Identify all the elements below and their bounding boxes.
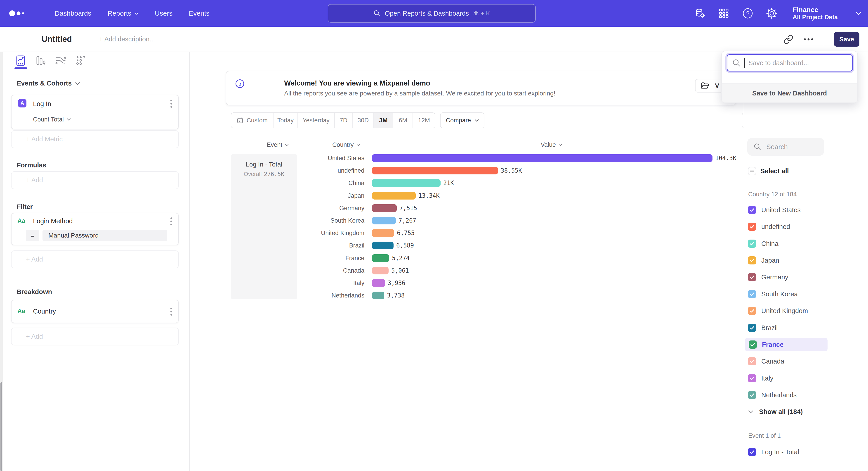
legend-search-input[interactable]: Search [747, 138, 824, 156]
nav-dashboards[interactable]: Dashboards [55, 9, 91, 17]
show-all-toggle[interactable]: Show all (184) [748, 408, 803, 416]
legend-label: South Korea [761, 288, 798, 301]
bar-segment[interactable] [372, 254, 389, 262]
tab-funnels[interactable] [33, 54, 48, 67]
legend-checkbox-brazil[interactable] [748, 324, 756, 332]
save-dashboard-search-input[interactable]: Save to dashboard... [727, 54, 853, 71]
legend-row-united-states[interactable]: United States [744, 203, 830, 216]
legend-row-china[interactable]: China [744, 237, 830, 250]
date-range-3m[interactable]: 3M [374, 113, 393, 128]
legend-checkbox-netherlands[interactable] [748, 391, 756, 399]
date-range-30d[interactable]: 30D [353, 113, 374, 128]
filter-kebab-icon[interactable] [170, 217, 172, 225]
filter-card[interactable]: Aa Login Method = Manual Password [11, 213, 179, 245]
legend-row-log-in-total[interactable]: Log In - Total [744, 445, 830, 459]
legend-checkbox-japan[interactable] [748, 256, 756, 264]
add-metric-button[interactable]: + Add Metric [11, 130, 179, 148]
date-range-custom[interactable]: Custom [231, 113, 274, 128]
save-button[interactable]: Save [834, 32, 860, 47]
bar-segment[interactable] [372, 154, 712, 162]
add-filter-button[interactable]: + Add [11, 251, 179, 268]
save-to-new-dashboard-button[interactable]: Save to New Dashboard [722, 84, 857, 102]
select-all-row[interactable]: Select all [744, 165, 830, 178]
date-range-today[interactable]: Today [274, 113, 298, 128]
legend-row-japan[interactable]: Japan [744, 254, 830, 267]
metric-card[interactable]: A Log In Count Total [11, 95, 179, 129]
date-range-yesterday[interactable]: Yesterday [298, 113, 335, 128]
filter-value-chip[interactable]: Manual Password [42, 230, 167, 241]
legend-checkbox-germany[interactable] [748, 273, 756, 281]
add-description-field[interactable]: + Add description... [99, 35, 155, 43]
bar-segment[interactable] [372, 167, 498, 174]
legend-row-united-kingdom[interactable]: United Kingdom [744, 304, 830, 317]
breakdown-card[interactable]: Aa Country [11, 300, 179, 323]
filter-operator[interactable]: = [26, 230, 39, 241]
bar-segment[interactable] [372, 229, 394, 237]
legend-row-germany[interactable]: Germany [744, 271, 830, 284]
settings-gear-icon[interactable] [766, 7, 778, 19]
legend-checkbox-france[interactable] [749, 341, 757, 349]
events-cohorts-header[interactable]: Events & Cohorts [17, 80, 80, 87]
breakdown-property-name[interactable]: Country [33, 308, 56, 315]
legend-checkbox-south-korea[interactable] [748, 290, 756, 298]
legend-checkbox-united-states[interactable] [748, 206, 756, 214]
legend-row-netherlands[interactable]: Netherlands [744, 388, 830, 402]
tab-flows[interactable] [54, 54, 68, 67]
legend-row-brazil[interactable]: Brazil [744, 321, 830, 334]
apps-grid-icon[interactable] [718, 7, 730, 19]
legend-checkbox-china[interactable] [748, 240, 756, 248]
column-header-value[interactable]: Value [541, 141, 562, 148]
legend-checkbox-italy[interactable] [748, 374, 756, 382]
event-series-cell[interactable]: Log In - Total Overall276.5K [231, 154, 297, 299]
bar-segment[interactable] [372, 279, 385, 287]
legend-checkbox-united-kingdom[interactable] [748, 307, 756, 315]
report-title[interactable]: Untitled [41, 34, 72, 44]
sidebar-scrollbar-thumb[interactable] [0, 382, 2, 471]
add-breakdown-button[interactable]: + Add [11, 328, 179, 346]
bar-segment[interactable] [372, 192, 416, 200]
bar-segment[interactable] [372, 217, 396, 225]
help-icon[interactable]: ? [742, 7, 754, 19]
date-range-12m[interactable]: 12M [413, 113, 435, 128]
legend-row-canada[interactable]: Canada [744, 355, 830, 368]
date-range-7d[interactable]: 7D [335, 113, 353, 128]
legend-checkbox-canada[interactable] [748, 357, 756, 365]
more-options-icon[interactable] [803, 38, 814, 41]
nav-events[interactable]: Events [189, 9, 210, 17]
legend-checkbox-undefined[interactable] [748, 223, 756, 231]
legend-row-south-korea[interactable]: South Korea [744, 288, 830, 301]
select-all-checkbox[interactable] [748, 167, 756, 175]
tab-insights[interactable] [13, 54, 28, 67]
scale-selector[interactable]: Linear [742, 112, 744, 128]
copy-link-icon[interactable] [783, 34, 794, 45]
bar-segment[interactable] [372, 292, 384, 299]
bar-segment[interactable] [372, 204, 397, 212]
nav-users[interactable]: Users [155, 9, 173, 17]
metric-aggregation[interactable]: Count Total [33, 116, 71, 123]
breakdown-kebab-icon[interactable] [170, 308, 172, 316]
project-switcher[interactable]: Finance All Project Data [793, 6, 838, 21]
legend-label: Log In - Total [761, 445, 799, 459]
legend-row-france[interactable]: France [745, 338, 828, 351]
metric-event-name[interactable]: Log In [33, 100, 51, 108]
column-header-event[interactable]: Event [267, 141, 289, 148]
metric-kebab-icon[interactable] [170, 100, 172, 108]
bar-segment[interactable] [372, 179, 440, 187]
column-header-country[interactable]: Country [332, 141, 360, 148]
report-canvas: i Welcome! You are viewing a Mixpanel de… [190, 52, 744, 471]
legend-row-undefined[interactable]: undefined [744, 220, 830, 233]
tab-retention[interactable] [74, 54, 88, 67]
global-search[interactable]: Open Reports & Dashboards ⌘ + K [328, 4, 536, 23]
filter-property-name[interactable]: Login Method [33, 217, 73, 225]
nav-reports[interactable]: Reports [107, 9, 138, 17]
compare-button[interactable]: Compare [440, 112, 485, 128]
legend-checkbox-log-in-total[interactable] [748, 448, 756, 456]
project-chevron-icon[interactable] [855, 11, 861, 15]
date-range-6m[interactable]: 6M [393, 113, 413, 128]
bar-segment[interactable] [372, 267, 389, 274]
data-management-icon[interactable] [694, 7, 706, 19]
mixpanel-logo-icon[interactable] [9, 8, 26, 19]
legend-row-italy[interactable]: Italy [744, 372, 830, 385]
bar-segment[interactable] [372, 242, 394, 249]
add-formula-button[interactable]: + Add [11, 171, 179, 189]
